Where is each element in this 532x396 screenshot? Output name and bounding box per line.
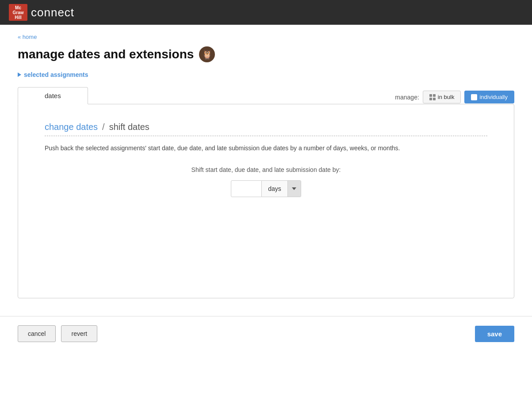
shift-label: Shift start date, due date, and late sub…	[45, 166, 487, 173]
grid-icon	[429, 94, 436, 100]
manage-label: manage:	[395, 94, 419, 101]
dropdown-arrow-button[interactable]	[287, 181, 301, 197]
shift-dates-label: shift dates	[109, 122, 149, 132]
owl-icon: 🦉	[199, 46, 215, 62]
shift-number-input[interactable]	[231, 180, 262, 197]
footer: cancel revert save	[0, 316, 532, 351]
days-select-text: days	[262, 181, 287, 197]
shift-inputs: days	[45, 180, 487, 197]
footer-left: cancel revert	[18, 325, 97, 342]
revert-button[interactable]: revert	[61, 325, 97, 342]
breadcrumb[interactable]: « home	[18, 34, 514, 40]
square-icon	[471, 94, 477, 100]
page-title: manage dates and extensions 🦉	[18, 46, 514, 62]
section-divider: /	[102, 122, 105, 132]
individually-button[interactable]: individually	[464, 91, 514, 103]
main-panel: change dates / shift dates Push back the…	[18, 104, 514, 298]
description-text: Push back the selected assignments' star…	[45, 143, 487, 153]
in-bulk-button[interactable]: in bulk	[423, 91, 461, 103]
connect-logo-text: connect	[31, 6, 74, 19]
tabs-area: dates	[18, 87, 88, 104]
chevron-down-icon	[292, 187, 296, 190]
arrow-right-icon	[18, 72, 21, 77]
save-button[interactable]: save	[475, 326, 514, 342]
header: Mc Graw Hill connect	[0, 0, 532, 25]
tab-dates[interactable]: dates	[18, 87, 88, 104]
tab-manage-row: dates manage: in bulk individually	[18, 87, 514, 104]
change-dates-link[interactable]: change dates	[45, 122, 98, 132]
cancel-button[interactable]: cancel	[18, 325, 56, 342]
shift-dropdown: days	[262, 180, 301, 197]
mcgraw-hill-badge: Mc Graw Hill	[9, 4, 27, 21]
section-divider-line	[45, 136, 487, 136]
logo: Mc Graw Hill connect	[9, 4, 74, 21]
section-header: change dates / shift dates	[45, 122, 487, 132]
selected-assignments-toggle[interactable]: selected assignments	[18, 71, 514, 78]
manage-controls: manage: in bulk individually	[395, 91, 514, 104]
page-content: « home manage dates and extensions 🦉 sel…	[0, 25, 532, 316]
